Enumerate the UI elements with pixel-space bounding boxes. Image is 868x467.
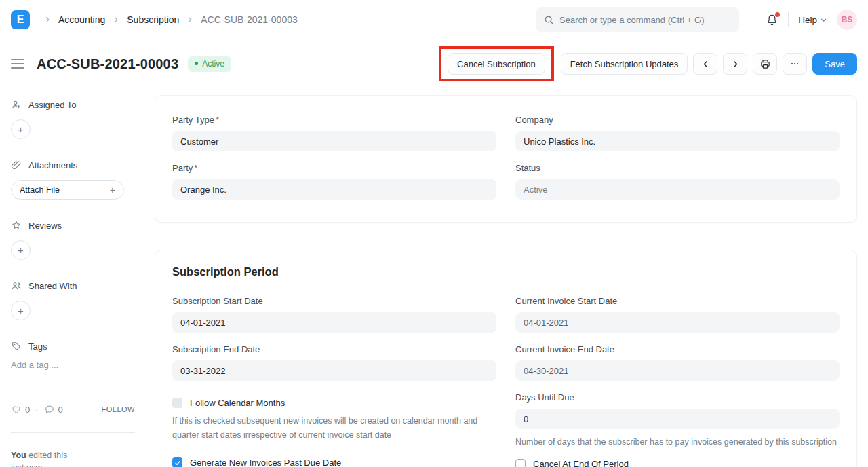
previous-record-button[interactable]: [693, 53, 717, 75]
subscription-end-date-field: Subscription End Date 03-31-2022: [172, 344, 496, 381]
current-invoice-end-date-input: 04-30-2021: [515, 360, 840, 381]
section-title: Subscription Period: [172, 265, 840, 278]
user-avatar[interactable]: BS: [837, 10, 857, 30]
assigned-to-label: Assigned To: [28, 100, 77, 110]
current-invoice-start-date-field: Current Invoice Start Date 04-01-2021: [515, 296, 840, 333]
required-asterisk: *: [216, 115, 219, 125]
party-type-field: Party Type* Customer: [172, 115, 496, 151]
subscription-period-card: Subscription Period Subscription Start D…: [155, 250, 857, 467]
period-right-column: Current Invoice Start Date 04-01-2021 Cu…: [515, 296, 840, 467]
reviews-label: Reviews: [28, 221, 62, 231]
cancel-subscription-button[interactable]: Cancel Subscription: [448, 53, 545, 75]
assigned-to-header: Assigned To: [11, 99, 135, 110]
subscription-start-date-input[interactable]: 04-01-2021: [172, 312, 496, 333]
save-button[interactable]: Save: [812, 53, 857, 75]
count-separator: ·: [35, 405, 38, 415]
star-icon: [11, 220, 22, 231]
tag-icon: [11, 341, 22, 352]
navbar-divider: [788, 12, 789, 27]
avatar-initials: BS: [842, 15, 853, 24]
required-asterisk: *: [194, 163, 197, 173]
header-actions: Cancel Subscription Fetch Subscription U…: [437, 46, 857, 81]
reviews-header: Reviews: [11, 220, 135, 231]
like-count: 0: [25, 405, 30, 415]
cancel-at-end-label: Cancel At End Of Period: [533, 459, 629, 467]
navbar-right: Help BS: [766, 0, 857, 39]
subscription-end-date-input[interactable]: 03-31-2022: [172, 360, 496, 381]
chevron-right-icon: [112, 16, 120, 24]
users-icon: [11, 280, 22, 291]
status-dot-icon: [195, 62, 198, 65]
form-sidebar: Assigned To + Attachments Attach File +: [0, 88, 146, 467]
sidebar-toggle-menu-icon[interactable]: [11, 59, 24, 69]
app-logo[interactable]: E: [11, 10, 30, 29]
assigned-to-section: Assigned To +: [11, 99, 135, 139]
cancel-at-end-checkbox[interactable]: Cancel At End Of Period: [515, 459, 840, 467]
status-label: Status: [515, 163, 840, 173]
generate-new-invoices-checkbox[interactable]: Generate New Invoices Past Due Date: [172, 457, 496, 467]
more-options-button[interactable]: [783, 53, 807, 75]
help-menu[interactable]: Help: [798, 15, 827, 25]
reviews-section: Reviews +: [11, 220, 135, 260]
current-invoice-start-date-input: 04-01-2021: [515, 312, 840, 333]
generate-new-invoices-label: Generate New Invoices Past Due Date: [190, 457, 341, 467]
status-field: Status Active: [515, 163, 840, 200]
attach-file-button[interactable]: Attach File +: [11, 180, 124, 200]
add-assignment-button[interactable]: +: [11, 119, 31, 139]
likes-group[interactable]: 0: [11, 404, 30, 415]
annotation-highlight-box: Cancel Subscription: [439, 46, 554, 81]
app-logo-letter: E: [17, 14, 24, 26]
party-type-input[interactable]: Customer: [172, 131, 496, 151]
cancel-at-end-field: Cancel At End Of Period: [515, 453, 840, 467]
fetch-subscription-updates-button[interactable]: Fetch Subscription Updates: [561, 53, 688, 75]
print-button[interactable]: [753, 53, 777, 75]
activity-when: just now: [11, 462, 135, 467]
add-tag-input[interactable]: Add a tag ...: [11, 360, 135, 370]
party-input[interactable]: Orange Inc.: [172, 179, 496, 200]
comments-group[interactable]: 0: [44, 404, 63, 415]
party-type-label: Party Type*: [172, 115, 496, 125]
tags-section: Tags Add a tag ...: [11, 341, 135, 370]
search-placeholder: Search or type a command (Ctrl + G): [559, 15, 705, 25]
breadcrumb-subscription[interactable]: Subscription: [127, 14, 179, 25]
printer-icon: [760, 58, 771, 70]
company-input[interactable]: Unico Plastics Inc.: [515, 131, 840, 151]
days-until-due-input[interactable]: 0: [515, 409, 840, 429]
sidebar-divider: [11, 432, 135, 433]
assign-user-icon: [11, 99, 22, 110]
days-until-due-label: Days Until Due: [515, 392, 840, 403]
subscription-end-date-label: Subscription End Date: [172, 344, 496, 354]
subscription-start-date-label: Subscription Start Date: [172, 296, 496, 306]
tags-header: Tags: [11, 341, 135, 352]
checkbox-unchecked-icon: [172, 398, 182, 408]
add-share-button[interactable]: +: [11, 301, 31, 320]
page-header: ACC-SUB-2021-00003 Active Cancel Subscri…: [0, 39, 868, 88]
checkbox-checked-icon: [172, 457, 182, 467]
social-row: 0 · 0 FOLLOW: [11, 404, 135, 415]
breadcrumb-current-record: ACC-SUB-2021-00003: [201, 14, 297, 25]
activity-edited: You edited this just now: [11, 449, 135, 467]
global-search-input[interactable]: Search or type a command (Ctrl + G): [536, 7, 739, 32]
heart-icon: [11, 404, 22, 415]
follow-calendar-months-checkbox[interactable]: Follow Calendar Months: [172, 398, 496, 408]
comment-icon: [44, 404, 55, 415]
chevron-right-icon: [186, 16, 194, 24]
shared-with-section: Shared With +: [11, 280, 135, 320]
breadcrumb-accounting[interactable]: Accounting: [58, 14, 105, 25]
notifications-bell-icon[interactable]: [766, 14, 778, 26]
shared-with-label: Shared With: [28, 281, 77, 291]
activity-who: You: [11, 451, 26, 460]
top-navbar: E Accounting Subscription ACC-SUB-2021-0…: [0, 0, 868, 39]
notification-dot: [775, 12, 780, 17]
current-invoice-end-date-field: Current Invoice End Date 04-30-2021: [515, 344, 840, 381]
chevron-down-icon: [820, 16, 827, 24]
status-badge: Active: [188, 56, 231, 72]
follow-button[interactable]: FOLLOW: [102, 405, 135, 413]
follow-calendar-months-field: Follow Calendar Months If this is checke…: [172, 392, 496, 443]
breadcrumb: Accounting Subscription ACC-SUB-2021-000…: [39, 14, 298, 25]
next-record-button[interactable]: [723, 53, 747, 75]
help-label: Help: [798, 15, 817, 25]
status-input: Active: [515, 179, 840, 200]
add-review-button[interactable]: +: [11, 240, 31, 260]
company-field: Company Unico Plastics Inc.: [515, 115, 840, 151]
